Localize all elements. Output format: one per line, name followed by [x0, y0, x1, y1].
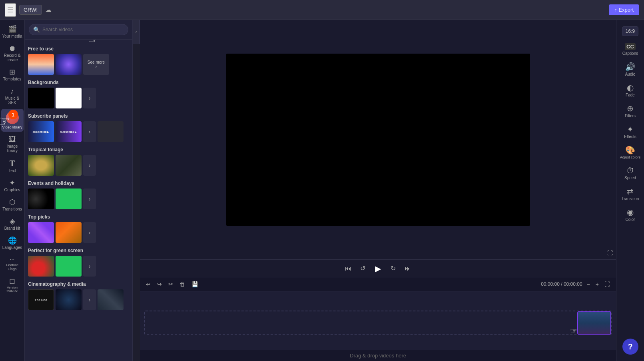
right-nav-effects[interactable]: ✦ Effects [618, 122, 643, 142]
expand-timeline-button[interactable]: ⛶ [602, 280, 612, 289]
forward-button[interactable]: ↻ [388, 263, 398, 274]
sidebar-item-graphics[interactable]: ✦ Graphics [1, 177, 24, 195]
cut-button[interactable]: ✂ [166, 280, 175, 289]
thumb-bg-2[interactable] [56, 88, 82, 108]
right-nav-color[interactable]: ◉ Color [618, 205, 643, 225]
search-box[interactable]: 🔍 [29, 24, 128, 35]
search-input[interactable] [42, 27, 124, 32]
right-nav-transition[interactable]: ⇄ Transition [618, 184, 643, 204]
version-icon: ◻ [9, 277, 15, 285]
right-nav-captions[interactable]: CC Captions [618, 40, 643, 59]
right-nav-speed[interactable]: ⏱ Speed [618, 163, 643, 183]
thumb-cinema-2[interactable] [56, 289, 82, 310]
main-area: 🎬 Your media ⏺ Record & create ⊞ Templat… [0, 20, 644, 361]
sidebar-item-video-library[interactable]: V Video library ☞ 1 [1, 109, 24, 132]
rewind-button[interactable]: ↺ [358, 263, 368, 274]
preview-area: ⛶ [140, 20, 616, 259]
templates-icon: ⊞ [9, 68, 15, 76]
timeline-drop-zone[interactable]: ☞ [144, 311, 612, 335]
zoom-in-button[interactable]: + [594, 280, 601, 289]
sidebar-item-label: Version f06ba3c [2, 286, 23, 293]
thumb-sub-3[interactable] [98, 121, 124, 142]
menu-button[interactable]: ☰ [5, 3, 16, 17]
arrow-cinematography[interactable]: › [83, 289, 96, 310]
captions-label: Captions [622, 51, 638, 56]
export-button[interactable]: ↑ Export [609, 4, 639, 15]
sidebar-item-label: Text [8, 168, 16, 173]
sidebar-item-your-media[interactable]: 🎬 Your media [1, 23, 24, 41]
sidebar-item-feature-flags[interactable]: ··· Feature Flags [1, 254, 24, 273]
zoom-out-button[interactable]: − [585, 280, 592, 289]
arrow-bg[interactable]: › [83, 88, 96, 108]
play-button[interactable]: ▶ [372, 262, 384, 275]
arrow-foliage[interactable]: › [83, 155, 96, 176]
thumb-bg-1[interactable] [28, 88, 54, 108]
right-nav-audio[interactable]: 🔊 Audio [618, 60, 643, 80]
sidebar-item-label: Record & create [2, 53, 23, 62]
video-library-panel: 🔍 Free to use See more › ☞ 2 [25, 20, 133, 361]
sidebar-item-text[interactable]: T Text [1, 157, 24, 175]
collapse-panel-button[interactable]: ‹ [133, 20, 140, 44]
right-nav-adjust-colors[interactable]: 🎨 Adjust colors [618, 143, 643, 162]
project-name[interactable]: GRW! [19, 5, 42, 15]
sidebar-item-languages[interactable]: 🌐 Languages [1, 235, 24, 252]
delete-button[interactable]: 🗑 [177, 280, 187, 289]
sidebar-item-label: Languages [2, 245, 22, 250]
thumb-green-2[interactable] [56, 256, 82, 277]
thumb-foliage-2[interactable] [56, 155, 82, 176]
sidebar-item-brand-kit[interactable]: ◈ Brand kit [1, 215, 24, 233]
timeline-clip[interactable] [577, 311, 611, 335]
sidebar-item-templates[interactable]: ⊞ Templates [1, 66, 24, 84]
thumb-sub-2[interactable]: SUBSCRIBE ▶ [56, 121, 82, 142]
aspect-ratio-badge[interactable]: 16:9 [622, 26, 638, 36]
thumb-sub-1[interactable]: SUBSCRIBE ▶ [28, 121, 54, 142]
section-title-cinematography: Cinematography & media [28, 281, 129, 287]
fullscreen-button[interactable]: ⛶ [607, 250, 613, 256]
sidebar-item-transitions[interactable]: ⬡ Transitions [1, 196, 24, 214]
section-title-events: Events and holidays [28, 180, 129, 186]
skip-forward-button[interactable]: ⏭ [402, 263, 413, 274]
arrow-events[interactable]: › [83, 189, 96, 209]
sidebar-item-version[interactable]: ◻ Version f06ba3c [1, 275, 24, 295]
thumb-event-2[interactable] [56, 189, 82, 209]
thumb-free-1[interactable] [28, 54, 54, 75]
topbar: ☰ GRW! ☁ ↑ Export [0, 0, 644, 20]
transitions-icon: ⬡ [9, 199, 16, 206]
arrow-subscribe[interactable]: › [83, 121, 96, 142]
color-label: Color [626, 217, 635, 222]
skip-back-button[interactable]: ⏮ [343, 263, 354, 274]
brand-kit-icon: ◈ [10, 218, 15, 225]
current-time: 00:00:00 [541, 281, 560, 287]
section-title-backgrounds: Backgrounds [28, 80, 129, 85]
thumb-top-2[interactable] [56, 222, 82, 243]
text-icon: T [10, 159, 15, 167]
preview-canvas [226, 54, 530, 226]
help-button[interactable]: ? [622, 339, 638, 355]
free-to-use-row: See more › ☞ 2 [28, 54, 129, 75]
sidebar-item-music-sfx[interactable]: ♪ Music & SFX [1, 85, 24, 107]
arrow-green-screen[interactable]: › [83, 256, 96, 277]
section-title-green-screen: Perfect for green screen [28, 248, 129, 253]
right-nav-filters[interactable]: ⊕ Filters [618, 101, 643, 121]
thumb-top-1[interactable] [28, 222, 54, 243]
arrow-top-picks[interactable]: › [83, 222, 96, 243]
see-more-free[interactable]: See more › ☞ 2 [83, 54, 109, 75]
center-area: ⛶ ⏮ ↺ ▶ ↻ ⏭ ↩ ↪ ✂ 🗑 💾 00:00:00 / 00:00:0… [140, 20, 616, 361]
time-separator: / [561, 281, 564, 287]
undo-button[interactable]: ↩ [144, 280, 153, 289]
thumb-cinema-3[interactable] [98, 289, 124, 310]
music-sfx-icon: ♪ [10, 88, 14, 95]
transition-label: Transition [622, 197, 639, 201]
redo-button[interactable]: ↪ [155, 280, 164, 289]
sidebar-item-record-create[interactable]: ⏺ Record & create [1, 42, 24, 64]
thumb-event-1[interactable] [28, 189, 54, 209]
thumb-free-2[interactable] [56, 54, 82, 75]
thumb-foliage-1[interactable] [28, 155, 54, 176]
sidebar-item-label: Templates [3, 77, 22, 81]
save-button[interactable]: 💾 [189, 280, 200, 289]
thumb-green-1[interactable] [28, 256, 54, 277]
right-nav-fade[interactable]: ◐ Fade [618, 80, 643, 100]
cloud-icon[interactable]: ☁ [45, 6, 52, 14]
sidebar-item-image-library[interactable]: 🖼 Image library [1, 133, 24, 155]
thumb-cinema-1[interactable]: The End [28, 289, 54, 310]
